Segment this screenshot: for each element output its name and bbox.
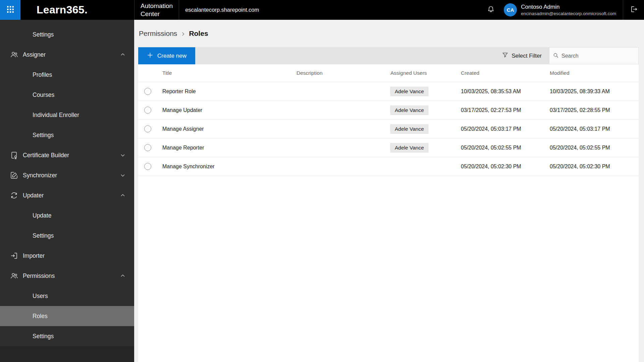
app-name: Automation Center [135, 0, 179, 20]
user-name: Contoso Admin [521, 4, 616, 10]
notifications-button[interactable] [482, 0, 499, 20]
table-row[interactable]: Manage Updater Adele Vance 03/17/2025, 0… [138, 101, 639, 120]
select-filter-button[interactable]: Select Filter [502, 47, 542, 64]
sign-out-button[interactable] [623, 0, 644, 20]
row-assigned-users: Adele Vance [385, 143, 455, 153]
sidebar-item-profiles[interactable]: Profiles [0, 65, 134, 85]
roles-table: TitleDescriptionAssigned UsersCreatedMod… [138, 64, 639, 362]
table-row[interactable]: Reporter Role Adele Vance 10/03/2025, 08… [138, 82, 639, 101]
sidebar-item-assigner[interactable]: Assigner [0, 45, 134, 65]
row-radio-button[interactable] [144, 88, 151, 95]
table-body: Reporter Role Adele Vance 10/03/2025, 08… [138, 82, 639, 176]
search-box [549, 47, 639, 64]
sidebar-fill [0, 346, 134, 362]
column-header-created[interactable]: Created [455, 70, 544, 76]
row-modified: 10/03/2025, 08:39:33 AM [544, 88, 639, 95]
row-modified: 03/17/2025, 02:28:55 PM [544, 107, 639, 113]
toolbar-spacer [195, 47, 502, 64]
certificate-icon [10, 151, 18, 159]
row-modified: 05/20/2024, 05:03:17 PM [544, 126, 639, 132]
sidebar-item-label: Synchronizer [23, 172, 57, 179]
table-row[interactable]: Manage Reporter Adele Vance 05/20/2024, … [138, 138, 639, 157]
column-header-modified[interactable]: Modified [544, 70, 639, 76]
sidebar-item-importer[interactable]: Importer [0, 246, 134, 266]
row-select-cell [138, 88, 157, 95]
toolbar: Create new Select Filter [138, 47, 639, 64]
search-input[interactable] [561, 53, 635, 59]
sidebar-item-label: Profiles [33, 71, 52, 78]
sidebar-item-label: Settings [33, 31, 54, 38]
user-info: Contoso Admin encinasadmin@escalantecorp… [521, 4, 616, 16]
sidebar-item-label: Roles [33, 313, 48, 320]
sidebar: Settings Assigner Profiles Courses Indiv… [0, 20, 134, 362]
sidebar-item-label: Updater [23, 192, 44, 199]
sidebar-item-update[interactable]: Update [0, 205, 134, 226]
people-icon [10, 272, 18, 280]
assigned-user-badge: Adele Vance [390, 87, 428, 96]
row-modified: 05/20/2024, 05:02:30 PM [544, 164, 639, 170]
sidebar-item-settings[interactable]: Settings [0, 24, 134, 45]
bell-icon [487, 5, 495, 14]
table-row[interactable]: Manage Synchronizer 05/20/2024, 05:02:30… [138, 157, 639, 176]
main-content: Permissions Roles Create new Select Filt… [134, 20, 644, 362]
app-window: Learn365. Automation Center escalantecor… [0, 0, 644, 362]
row-title: Manage Assigner [157, 126, 291, 132]
app-name-line1: Automation [141, 2, 173, 10]
row-created: 03/17/2025, 02:27:53 PM [455, 107, 544, 113]
row-title: Manage Reporter [157, 145, 291, 151]
row-title: Manage Synchronizer [157, 164, 291, 170]
logo: Learn365. [37, 4, 88, 16]
column-header-assigned-users[interactable]: Assigned Users [385, 70, 455, 76]
sidebar-item-label: Settings [33, 333, 54, 340]
column-header-description[interactable]: Description [291, 70, 385, 76]
sidebar-item-label: Assigner [23, 51, 46, 58]
sidebar-item-roles[interactable]: Roles [0, 306, 134, 326]
app-launcher-button[interactable] [0, 0, 20, 20]
sidebar-item-individual-enroller[interactable]: Individual Enroller [0, 105, 134, 125]
topbar: Learn365. Automation Center escalantecor… [0, 0, 644, 20]
row-title: Manage Updater [157, 107, 291, 113]
user-email: encinasadmin@escalantecorp.onmicrosoft.c… [521, 11, 616, 16]
breadcrumb-current: Roles [189, 29, 208, 38]
sidebar-item-courses[interactable]: Courses [0, 85, 134, 105]
row-radio-button[interactable] [144, 107, 151, 114]
sidebar-item-label: Users [33, 293, 48, 300]
row-select-cell [138, 107, 157, 114]
search-icon [553, 52, 559, 60]
sidebar-item-settings[interactable]: Settings [0, 125, 134, 145]
select-filter-label: Select Filter [512, 53, 542, 59]
sidebar-item-settings[interactable]: Settings [0, 226, 134, 246]
waffle-icon [6, 5, 14, 15]
table-header-row: TitleDescriptionAssigned UsersCreatedMod… [138, 64, 639, 82]
row-created: 05/20/2024, 05:02:55 PM [455, 145, 544, 151]
create-new-button[interactable]: Create new [138, 47, 195, 64]
sidebar-item-users[interactable]: Users [0, 286, 134, 306]
row-radio-button[interactable] [144, 125, 151, 132]
row-title: Reporter Role [157, 88, 291, 95]
row-radio-button[interactable] [144, 144, 151, 151]
breadcrumb-parent[interactable]: Permissions [139, 29, 177, 38]
sidebar-item-synchronizer[interactable]: Synchronizer [0, 165, 134, 185]
sidebar-item-permissions[interactable]: Permissions [0, 266, 134, 286]
table-row[interactable]: Manage Assigner Adele Vance 05/20/2024, … [138, 120, 639, 138]
filter-icon [502, 52, 508, 60]
topbar-divider [179, 0, 179, 20]
sidebar-item-label: Permissions [23, 273, 55, 280]
sidebar-item-certificate-builder[interactable]: Certificate Builder [0, 145, 134, 165]
sidebar-item-settings[interactable]: Settings [0, 326, 134, 346]
sidebar-item-label: Individual Enroller [33, 112, 79, 119]
column-header-title[interactable]: Title [157, 70, 291, 76]
sidebar-item-label: Importer [23, 252, 45, 259]
sign-out-icon [630, 5, 638, 14]
chevron-up-icon [120, 273, 125, 279]
row-radio-button[interactable] [144, 163, 151, 170]
chevron-down-icon [120, 153, 125, 158]
sidebar-item-label: Courses [33, 92, 54, 99]
sidebar-nav: Settings Assigner Profiles Courses Indiv… [0, 20, 134, 346]
logo-area: Learn365. [20, 4, 134, 16]
assigned-user-badge: Adele Vance [390, 143, 428, 153]
row-assigned-users: Adele Vance [385, 87, 455, 96]
refresh-icon [10, 191, 18, 199]
avatar[interactable]: CA [504, 3, 517, 16]
sidebar-item-updater[interactable]: Updater [0, 185, 134, 205]
